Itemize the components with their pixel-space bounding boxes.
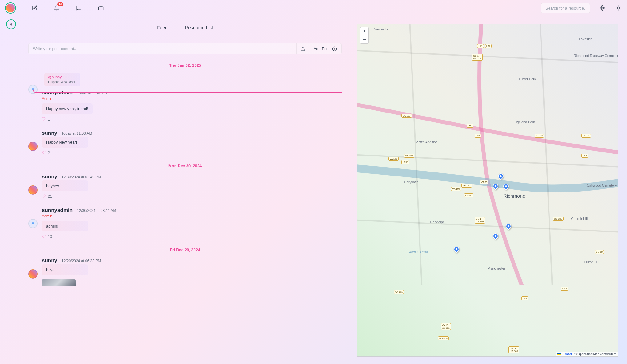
post-image[interactable]	[42, 279, 76, 286]
map-label: Lakeside	[579, 37, 593, 41]
leaflet-link[interactable]: Leaflet	[563, 352, 572, 356]
zoom-in-button[interactable]: +	[360, 27, 368, 35]
add-post-button[interactable]: Add Post	[309, 43, 342, 54]
post-reactions[interactable]: ♡1	[42, 117, 342, 121]
upload-button[interactable]	[297, 43, 309, 54]
compose-input[interactable]	[28, 43, 297, 54]
heart-icon: ♡	[42, 117, 46, 121]
admin-tag: Admin	[42, 97, 342, 101]
post-avatar[interactable]	[28, 219, 38, 228]
route-badge: I 95	[485, 44, 492, 48]
post-user[interactable]: sunnyadmin	[42, 207, 73, 213]
map-label: Oakwood Cemetery	[587, 184, 617, 187]
route-badge: US 1 US 301	[472, 54, 483, 61]
post-time: 12/30/2024 at 03:11 AM	[77, 208, 116, 213]
post-reactions[interactable]: ♡10	[42, 234, 342, 239]
reaction-count: 2	[48, 150, 50, 155]
compose-icon[interactable]	[31, 4, 38, 12]
post-time: 12/30/2024 at 02:49 PM	[62, 175, 101, 179]
route-badge: VA 33	[480, 180, 489, 184]
quote-bubble: @sunnyHappy New Year!	[44, 73, 80, 86]
zoom-out-button[interactable]: −	[360, 35, 368, 43]
route-badge: VA 147	[461, 184, 472, 188]
svg-point-1	[602, 7, 603, 9]
tab-resource-list[interactable]: Resource List	[181, 22, 217, 33]
post-time: Today at 11:03 AM	[62, 131, 92, 136]
route-badge: I 64	[467, 124, 473, 128]
post-user[interactable]: sunny	[42, 174, 57, 180]
date-text: Thu Jan 02, 2025	[169, 63, 201, 68]
post-avatar[interactable]	[28, 269, 38, 279]
user-avatar[interactable]	[5, 2, 16, 14]
osm-attribution: © OpenStreetMap contributors	[574, 352, 616, 356]
post: @sunnyHappy New Year!sunnyadminToday at …	[28, 73, 342, 121]
feed-area: Add Post Thu Jan 02, 2025@sunnyHappy New…	[22, 33, 348, 364]
sidebar-avatar[interactable]: S	[6, 19, 16, 29]
notification-badge: 10	[57, 2, 63, 6]
route-badge: US 1 US 301	[475, 217, 485, 224]
map-label: Carytown	[404, 180, 418, 184]
svg-point-3	[602, 9, 603, 10]
folder-icon[interactable]	[97, 4, 105, 12]
route-badge: I 95	[475, 134, 481, 138]
route-badge: I 95	[521, 296, 528, 300]
flag-icon	[557, 353, 561, 355]
date-text: Fri Dec 20, 2024	[170, 247, 200, 252]
route-badge: US 33	[535, 134, 544, 138]
post-content: heyhey	[42, 180, 88, 191]
zoom-controls: + −	[360, 27, 369, 44]
route-badge: US 60 US 360	[508, 346, 519, 353]
route-badge: VA 161	[394, 290, 404, 294]
quote-text: Happy New Year!	[48, 80, 77, 84]
svg-point-2	[602, 6, 603, 7]
post-content: admin!	[42, 221, 88, 231]
reaction-count: 21	[48, 194, 52, 199]
svg-point-4	[600, 7, 601, 9]
heart-icon: ♡	[42, 194, 46, 199]
date-divider: Mon Dec 30, 2024	[28, 164, 342, 168]
route-badge: US 33	[581, 134, 591, 138]
post-avatar[interactable]	[28, 142, 38, 151]
avatar-image	[6, 4, 15, 12]
reaction-count: 10	[48, 234, 52, 239]
map-label: Fulton Hill	[584, 260, 599, 264]
date-divider: Thu Jan 02, 2025	[28, 63, 342, 68]
map-label: Richmond	[503, 193, 525, 199]
post-user[interactable]: sunny	[42, 130, 57, 136]
route-badge: US 60	[595, 250, 604, 254]
date-divider: Fri Dec 20, 2024	[28, 247, 342, 252]
post-reactions[interactable]: ♡2	[42, 150, 342, 155]
post: sunny12/20/2024 at 06:33 PMhi yall!	[28, 258, 342, 286]
post-content: Happy new year, friend!	[42, 103, 93, 114]
flower-icon[interactable]	[599, 4, 606, 12]
map-label: Church Hill	[571, 217, 588, 220]
post-time: 12/20/2024 at 06:33 PM	[62, 259, 101, 263]
map-label: Scott's Addition	[415, 140, 438, 144]
add-post-label: Add Post	[313, 46, 330, 51]
date-text: Mon Dec 30, 2024	[168, 164, 202, 168]
sidebar-avatar-letter: S	[10, 22, 12, 27]
quote-user: @sunny	[48, 75, 77, 79]
search-input[interactable]	[541, 3, 590, 13]
post: sunny12/30/2024 at 02:49 PMheyhey♡21	[28, 174, 342, 199]
route-badge: VA 161	[388, 157, 399, 161]
tab-feed[interactable]: Feed	[153, 22, 171, 33]
route-badge: I 64	[581, 154, 588, 158]
admin-tag: Admin	[42, 214, 342, 218]
post-reactions[interactable]: ♡21	[42, 194, 342, 199]
map-label: Randolph	[430, 220, 445, 224]
chat-icon[interactable]	[75, 4, 82, 12]
heart-icon: ♡	[42, 234, 46, 239]
theme-toggle-icon[interactable]	[615, 4, 622, 12]
map-label: Dumbarton	[373, 27, 389, 31]
post-user[interactable]: sunny	[42, 258, 57, 264]
post: sunnyToday at 11:03 AMHappy New Year!♡2	[28, 130, 342, 155]
tabs: FeedResource List	[22, 16, 348, 33]
map-label: Richmond Raceway Complex	[574, 54, 618, 57]
reaction-count: 1	[48, 117, 50, 121]
svg-point-5	[603, 7, 605, 9]
notifications-icon[interactable]: 10	[53, 4, 60, 12]
post-avatar[interactable]	[28, 185, 38, 195]
reply-quote: @sunnyHappy New Year!	[33, 73, 342, 93]
map[interactable]: DumbartonLakesideGinter ParkHighland Par…	[357, 24, 618, 357]
